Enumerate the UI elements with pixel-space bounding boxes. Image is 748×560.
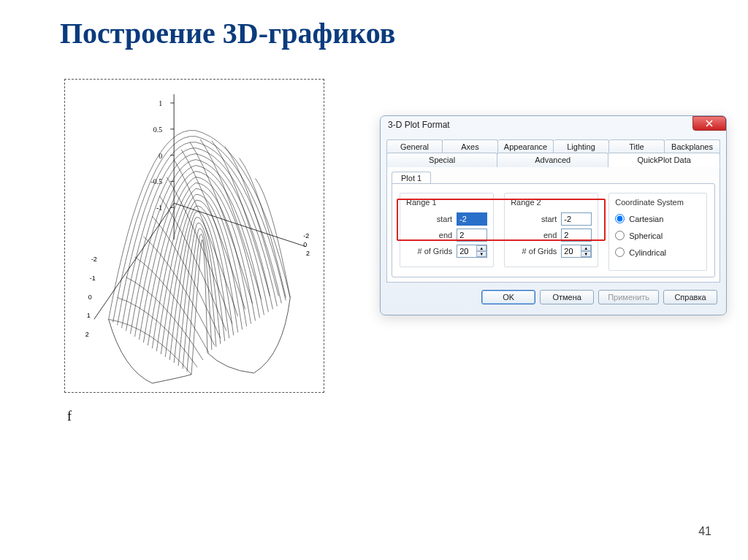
svg-text:0: 0 <box>303 241 307 248</box>
radio-cylindrical[interactable] <box>615 248 625 257</box>
svg-text:0: 0 <box>88 294 92 301</box>
range1-header: Range 1 <box>406 198 487 207</box>
radio-cartesian[interactable] <box>615 214 625 223</box>
range1-grids-down[interactable]: ▼ <box>476 251 486 257</box>
page-number: 41 <box>698 525 711 538</box>
tab-appearance[interactable]: Appearance <box>498 139 554 153</box>
coord-header: Coordinate System <box>615 198 701 207</box>
range2-end-input[interactable] <box>561 229 592 242</box>
svg-line-11 <box>174 203 306 247</box>
dialog-titlebar[interactable]: 3-D Plot Format <box>381 116 726 135</box>
tab-title[interactable]: Title <box>609 139 665 153</box>
svg-text:0.5: 0.5 <box>153 126 162 134</box>
range1-grids-up[interactable]: ▲ <box>476 245 486 251</box>
range1-group: Range 1 start end # of Grids <box>400 193 494 267</box>
svg-text:0: 0 <box>159 152 162 160</box>
radio-cylindrical-label: Cylindrical <box>629 248 666 257</box>
tabs-row-top: General Axes Appearance Lighting Title B… <box>386 139 720 153</box>
tab-backplanes[interactable]: Backplanes <box>665 139 720 153</box>
subtab-plot1[interactable]: Plot 1 <box>392 172 431 184</box>
svg-text:2: 2 <box>306 250 310 257</box>
radio-cartesian-label: Cartesian <box>629 215 663 223</box>
range2-start-input[interactable] <box>561 212 592 226</box>
tab-special[interactable]: Special <box>386 153 497 167</box>
range1-start-input[interactable] <box>457 212 487 226</box>
range1-grids-label: # of Grids <box>417 247 452 256</box>
ok-button[interactable]: OK <box>481 290 535 304</box>
svg-text:-2: -2 <box>303 232 309 239</box>
tab-axes[interactable]: Axes <box>443 139 498 153</box>
range2-group: Range 2 start end # of Grids <box>504 193 598 267</box>
range2-header: Range 2 <box>511 198 592 207</box>
cancel-button[interactable]: Отмена <box>540 290 594 304</box>
range2-grids-label: # of Grids <box>522 247 557 256</box>
tab-quickplot-data[interactable]: QuickPlot Data <box>608 153 720 167</box>
dialog-3d-plot-format: 3-D Plot Format General Axes Appearance … <box>380 115 727 315</box>
svg-text:-1: -1 <box>90 275 96 282</box>
tab-content: Plot 1 Range 1 start end <box>386 167 720 283</box>
range2-grids-up[interactable]: ▲ <box>581 245 591 251</box>
svg-text:1: 1 <box>87 312 91 319</box>
tabs-row-bottom: Special Advanced QuickPlot Data <box>386 153 720 167</box>
plot-3d-surface[interactable]: 1 0.5 0 -0.5 -1 -2 0 2 -2 -1 <box>64 79 324 393</box>
svg-text:1: 1 <box>159 99 162 107</box>
svg-line-15 <box>94 203 174 319</box>
tab-general[interactable]: General <box>386 139 443 153</box>
coord-system-group: Coordinate System Cartesian Spherical Cy… <box>608 193 707 271</box>
dialog-title: 3-D Plot Format <box>388 120 450 130</box>
function-label: f <box>67 409 72 424</box>
range2-end-label: end <box>543 231 557 239</box>
help-button[interactable]: Справка <box>663 290 717 304</box>
close-button[interactable] <box>692 116 726 131</box>
range1-start-label: start <box>437 215 452 223</box>
surface-wireframe: 1 0.5 0 -0.5 -1 -2 0 2 -2 -1 <box>65 80 324 392</box>
range1-end-input[interactable] <box>457 229 487 242</box>
range2-start-label: start <box>541 215 557 223</box>
dialog-button-row: OK Отмена Применить Справка <box>386 283 720 307</box>
close-icon <box>706 120 713 127</box>
svg-text:-2: -2 <box>91 256 97 263</box>
radio-spherical-label: Spherical <box>629 231 663 240</box>
apply-button[interactable]: Применить <box>598 290 659 304</box>
svg-text:2: 2 <box>85 331 89 338</box>
page-title: Построение 3D-графиков <box>60 16 395 50</box>
tab-advanced[interactable]: Advanced <box>497 153 608 167</box>
radio-spherical[interactable] <box>615 231 625 240</box>
tab-lighting[interactable]: Lighting <box>554 139 609 153</box>
range2-grids-down[interactable]: ▼ <box>581 251 591 257</box>
range1-end-label: end <box>439 231 452 239</box>
